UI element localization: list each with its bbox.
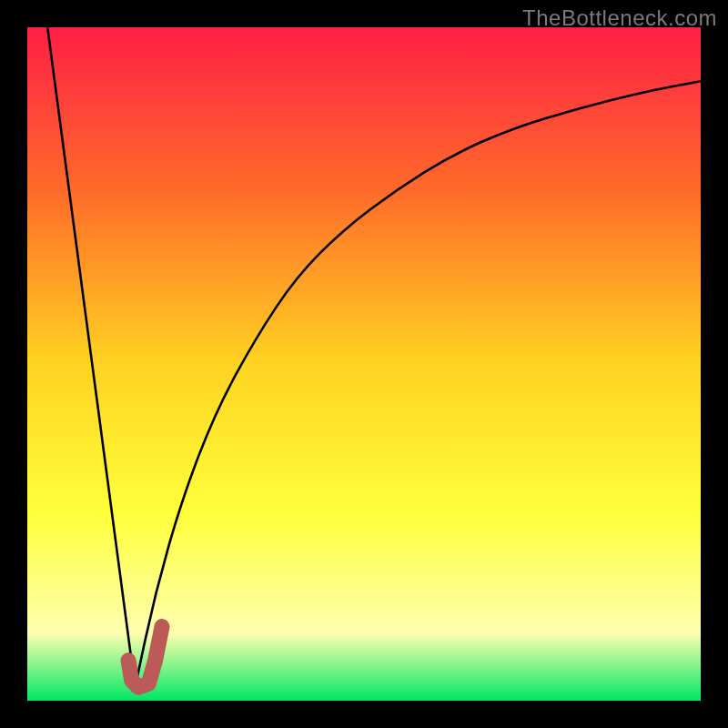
chart-frame: TheBottleneck.com [0, 0, 728, 728]
chart-svg [27, 27, 701, 701]
gradient-background [27, 27, 701, 701]
plot-area [27, 27, 701, 701]
